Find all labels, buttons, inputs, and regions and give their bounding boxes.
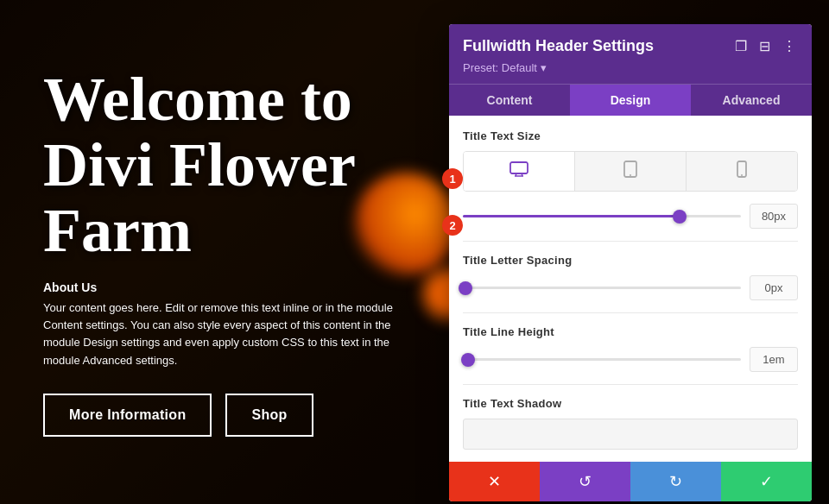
device-selector [463, 151, 798, 192]
panel-icons: ❐ ⊟ ⋮ [733, 36, 798, 56]
divider-1 [463, 241, 798, 242]
slider-fill [463, 215, 680, 217]
title-text-size-label: Title Text Size [463, 129, 798, 142]
divider-2 [463, 312, 798, 313]
svg-point-5 [630, 174, 631, 176]
preset-selector[interactable]: Preset: Default [463, 61, 547, 74]
title-text-size-slider[interactable] [463, 208, 741, 225]
main-title: Welcome to Divi Flower Farm [43, 67, 406, 263]
title-text-size-value[interactable]: 80px [750, 204, 798, 229]
tablet-device-button[interactable] [575, 152, 687, 191]
title-letter-spacing-slider-row: 0px [463, 275, 798, 300]
panel-body: Title Text Size [449, 116, 812, 462]
about-label: About Us [43, 280, 406, 294]
slider-thumb-ls[interactable] [459, 281, 472, 295]
title-text-shadow-section: Title Text Shadow [463, 397, 798, 450]
panel-footer: ✕ ↺ ↻ ✓ [449, 462, 812, 501]
cancel-button[interactable]: ✕ [449, 462, 540, 501]
tablet-icon [623, 161, 637, 182]
desktop-device-button[interactable] [464, 152, 575, 191]
title-line-height-slider-row: 1em [463, 347, 798, 372]
desktop-icon [509, 161, 528, 181]
slider-track-ls [463, 287, 741, 289]
about-text: Your content goes here. Edit or remove t… [43, 299, 406, 369]
slider-thumb-lh[interactable] [461, 353, 475, 367]
tab-design[interactable]: Design [570, 85, 691, 116]
columns-icon-button[interactable]: ⊟ [757, 36, 772, 56]
left-content: Welcome to Divi Flower Farm About Us You… [0, 0, 449, 504]
save-button[interactable]: ✓ [721, 462, 812, 501]
slider-track [463, 215, 741, 217]
title-line-height-slider[interactable] [463, 351, 741, 369]
panel-header: Fullwidth Header Settings ❐ ⊟ ⋮ Preset: … [449, 24, 812, 84]
title-line-height-value[interactable]: 1em [750, 347, 798, 372]
settings-panel: Fullwidth Header Settings ❐ ⊟ ⋮ Preset: … [449, 24, 812, 501]
title-text-shadow-preview[interactable] [463, 419, 798, 450]
slider-thumb[interactable] [673, 210, 687, 224]
badge-1: 1 [442, 168, 463, 189]
panel-title-row: Fullwidth Header Settings ❐ ⊟ ⋮ [463, 36, 798, 56]
title-letter-spacing-label: Title Letter Spacing [463, 254, 798, 267]
title-letter-spacing-value[interactable]: 0px [750, 275, 798, 300]
title-text-size-section: Title Text Size [463, 129, 798, 229]
title-line-height-section: Title Line Height 1em [463, 325, 798, 372]
panel-tabs: Content Design Advanced [449, 84, 812, 116]
badge-2: 2 [442, 215, 463, 236]
button-row: More Information Shop [43, 394, 406, 437]
copy-icon-button[interactable]: ❐ [733, 36, 749, 56]
divider-3 [463, 384, 798, 385]
svg-rect-0 [510, 162, 528, 173]
shop-button[interactable]: Shop [225, 394, 313, 437]
title-letter-spacing-section: Title Letter Spacing 0px [463, 254, 798, 300]
panel-title: Fullwidth Header Settings [463, 37, 654, 55]
title-letter-spacing-slider[interactable] [463, 280, 741, 297]
title-text-size-slider-row: 80px [463, 204, 798, 229]
title-line-height-label: Title Line Height [463, 325, 798, 338]
tab-content[interactable]: Content [449, 85, 570, 116]
more-options-button[interactable]: ⋮ [781, 36, 798, 56]
title-text-shadow-label: Title Text Shadow [463, 397, 798, 410]
tab-advanced[interactable]: Advanced [691, 85, 812, 116]
redo-button[interactable]: ↻ [630, 462, 721, 501]
more-information-button[interactable]: More Information [43, 394, 212, 437]
mobile-device-button[interactable] [687, 152, 797, 191]
mobile-icon [737, 161, 747, 182]
slider-track-lh [463, 358, 741, 361]
undo-button[interactable]: ↺ [540, 462, 630, 501]
svg-point-7 [741, 174, 743, 176]
